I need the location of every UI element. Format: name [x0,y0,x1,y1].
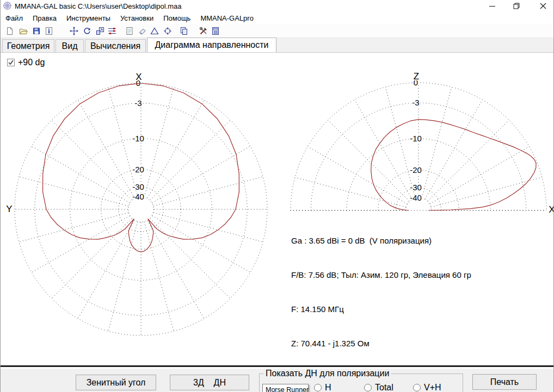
svg-text:-20: -20 [132,165,144,174]
radio-h-circle [314,384,322,391]
radio-v-plus-h[interactable]: V+H [413,383,441,392]
svg-text:-30: -30 [132,182,144,191]
radio-total-label: Total [375,383,393,392]
svg-text:Z: Z [414,71,419,82]
tools-icon[interactable] [199,27,208,35]
wire-edit-icon[interactable] [108,27,116,35]
toolbar [1,24,553,38]
eraser-icon[interactable] [138,27,147,35]
svg-text:-10: -10 [132,134,144,143]
tab-calculations[interactable]: Вычисления [85,39,146,52]
svg-text:-3: -3 [134,98,141,108]
radio-h-label: H [325,383,331,392]
morse-runner-overlay-window[interactable]: Morse Runner [262,384,309,392]
svg-text:X: X [136,72,141,82]
svg-text:X: X [549,204,554,215]
restore-button[interactable] [506,0,527,12]
result-info-block: Ga : 3.65 dBi = 0 dB (V поляризация) F/B… [291,212,473,392]
minimize-icon [489,3,495,9]
zenith-angle-button[interactable]: Зенитный угол [76,375,156,390]
menu-help[interactable]: Помощь [158,13,195,24]
rotate-icon[interactable] [83,27,91,35]
window-title: MMANA-GAL basic C:\Users\user\Desktop\di… [15,2,182,10]
svg-text:-40: -40 [410,193,422,202]
tab-strip: Геометрия Вид Вычисления Диаграмма напра… [1,38,553,53]
open-folder-icon[interactable] [19,27,28,35]
scale-window-icon[interactable] [96,27,104,35]
menu-tools[interactable]: Инструменты [61,13,115,24]
radio-v-plus-h-label: V+H [424,383,441,392]
svg-text:-20: -20 [410,165,422,175]
restore-icon [513,3,520,9]
radio-total[interactable]: Total [364,383,393,392]
3d-pattern-button[interactable]: 3Д ДН [170,375,249,390]
info-icon[interactable] [45,27,53,35]
close-icon [540,3,546,9]
radio-v-plus-h-circle [413,384,421,391]
pattern-view: +90 dg 0-3-10-20-30-40XY0-3-10-20-30-40Z… [1,53,553,367]
frequency-line: F: 14.150 МГц [291,303,473,315]
tab-radiation-pattern[interactable]: Диаграмма направленности [147,38,276,52]
view-document-icon[interactable] [125,27,134,35]
mmana-window: MMANA-GAL basic C:\Users\user\Desktop\di… [0,0,554,392]
svg-text:-40: -40 [132,192,144,201]
radio-total-circle [364,384,372,391]
menu-edit[interactable]: Правка [28,13,61,24]
copy-icon[interactable] [180,27,188,35]
menu-bar: Файл Правка Инструменты Установки Помощь… [1,12,553,24]
menu-file[interactable]: Файл [1,13,28,24]
menu-mmana-galpro[interactable]: MMANA-GALpro [195,13,258,24]
impedance-line: Z: 70.441 - j1.325 Ом [291,338,473,349]
save-icon[interactable] [32,27,41,35]
close-button[interactable] [532,0,554,12]
polarization-groupbox-title: Показать ДН для поляризации [263,369,391,378]
triangle-icon[interactable] [150,27,159,35]
minimize-button[interactable] [482,0,502,12]
move-icon[interactable] [70,27,78,35]
target-icon[interactable] [163,27,172,35]
fb-line: F/B: 7.56 dB; Тыл: Азим. 120 гр, Элеваци… [291,269,473,281]
tab-geometry[interactable]: Геометрия [2,39,54,52]
svg-text:Y: Y [6,204,12,214]
menu-setup[interactable]: Установки [115,13,158,24]
radio-h[interactable]: H [314,383,331,392]
mmana-logo-icon [3,2,11,10]
print-button[interactable]: Печать [472,374,537,390]
gain-line: Ga : 3.65 dBi = 0 dB (V поляризация) [291,235,473,246]
new-file-icon[interactable] [5,27,14,35]
svg-text:-3: -3 [412,98,419,107]
tab-view[interactable]: Вид [56,39,84,52]
calculator-icon[interactable] [211,27,220,35]
svg-text:-30: -30 [410,183,422,192]
title-bar: MMANA-GAL basic C:\Users\user\Desktop\di… [1,0,553,12]
svg-text:-10: -10 [410,134,422,143]
